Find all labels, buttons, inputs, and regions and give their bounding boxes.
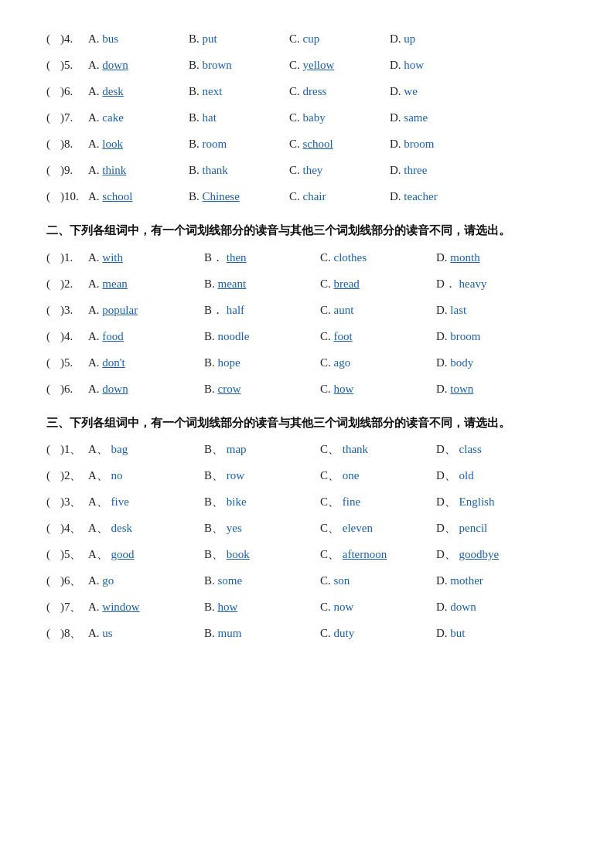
option-item: D. broom: [436, 326, 552, 347]
option-word: then: [227, 251, 247, 264]
option-item: A. down: [88, 379, 204, 400]
option-item: B. thank: [189, 160, 289, 181]
option-word: school: [102, 190, 132, 203]
option-word: town: [450, 383, 473, 395]
option-word: us: [102, 627, 112, 639]
option-item: B. crow: [204, 379, 320, 400]
option-letter: A.: [88, 304, 102, 316]
options-group: A. cakeB. hatC. babyD. same: [88, 107, 568, 128]
option-word: half: [227, 304, 244, 316]
option-item: D. how: [390, 55, 490, 76]
option-letter: D、: [436, 443, 459, 455]
paren-open: (: [46, 544, 60, 565]
option-letter: C.: [320, 601, 334, 613]
question-number: )8.: [60, 134, 88, 155]
option-item: A. popular: [88, 300, 204, 321]
option-word: go: [102, 574, 114, 587]
options-group: A、 fiveB、 bikeC、 fineD、 English: [88, 492, 568, 512]
option-word: how: [334, 383, 354, 395]
option-word: broom: [450, 330, 480, 342]
option-word: up: [404, 32, 415, 45]
options-group: A. deskB. nextC. dressD. we: [88, 81, 568, 102]
option-letter: A、: [88, 495, 111, 508]
option-item: C. how: [320, 379, 436, 400]
option-item: C. duty: [320, 623, 436, 644]
options-group: A. downB. crowC. howD. town: [88, 379, 568, 400]
question-number: )4、: [60, 518, 88, 539]
option-letter: D.: [390, 190, 404, 203]
option-letter: A.: [88, 164, 102, 176]
option-word: down: [450, 601, 476, 613]
option-word: ago: [334, 356, 351, 369]
option-item: A、 desk: [88, 518, 204, 539]
option-letter: A.: [88, 190, 102, 203]
option-word: desk: [111, 522, 133, 534]
question-number: )3.: [60, 300, 88, 321]
options-group: A. windowB. howC. nowD. down: [88, 597, 568, 618]
option-letter: D.: [390, 85, 404, 97]
option-item: B． half: [204, 300, 320, 321]
option-letter: C.: [289, 32, 303, 45]
option-word: how: [218, 601, 238, 613]
option-letter: A、: [88, 522, 111, 534]
option-letter: A、: [88, 548, 111, 560]
option-word: cup: [303, 32, 320, 45]
option-item: A、 bag: [88, 439, 204, 460]
table-row: ()6.A. downB. crowC. howD. town: [46, 379, 568, 400]
option-word: last: [450, 304, 466, 316]
option-item: C、 afternoon: [320, 544, 436, 565]
option-word: how: [404, 59, 424, 71]
option-letter: D.: [436, 574, 450, 587]
option-item: D. mother: [436, 570, 552, 591]
paren-open: (: [46, 247, 60, 268]
option-word: three: [404, 164, 427, 176]
option-letter: B、: [204, 469, 227, 482]
option-word: month: [450, 251, 479, 264]
option-letter: B、: [204, 548, 227, 560]
option-letter: D.: [436, 356, 450, 369]
option-letter: A.: [88, 383, 102, 395]
option-letter: C.: [320, 330, 334, 342]
option-letter: B.: [189, 32, 203, 45]
option-item: B. mum: [204, 623, 320, 644]
option-letter: B.: [204, 574, 218, 587]
paren-open: (: [46, 274, 60, 294]
option-word: one: [343, 469, 360, 482]
table-row: ()1.A. withB． thenC. clothesD. month: [46, 247, 568, 268]
question-number: )4.: [60, 326, 88, 347]
option-item: C. baby: [289, 107, 390, 128]
option-letter: B、: [204, 522, 227, 534]
option-letter: C.: [320, 627, 334, 639]
option-item: D、 goodbye: [436, 544, 552, 565]
table-row: ()7、A. windowB. howC. nowD. down: [46, 597, 568, 618]
paren-open: (: [46, 160, 60, 181]
option-letter: D.: [390, 138, 404, 150]
option-word: down: [102, 383, 128, 395]
options-group: A. don'tB. hopeC. agoD. body: [88, 352, 568, 373]
option-item: A. school: [88, 186, 189, 207]
option-word: mum: [218, 627, 242, 639]
option-letter: C、: [320, 495, 343, 508]
option-item: B、 row: [204, 465, 320, 486]
table-row: ()5.A. don'tB. hopeC. agoD. body: [46, 352, 568, 373]
option-item: D. three: [390, 160, 490, 181]
option-letter: C、: [320, 469, 343, 482]
option-word: with: [102, 251, 123, 264]
option-word: crow: [218, 383, 241, 395]
option-letter: B.: [189, 85, 203, 97]
option-item: A、 no: [88, 465, 204, 486]
option-item: A. look: [88, 134, 189, 155]
option-word: broom: [404, 138, 434, 150]
option-word: teacher: [404, 190, 437, 203]
option-letter: B、: [204, 443, 227, 455]
table-row: ()5、A、 goodB、 bookC、 afternoonD、 goodbye: [46, 544, 568, 565]
option-item: B. room: [189, 134, 289, 155]
option-item: C、 thank: [320, 439, 436, 460]
option-letter: B.: [204, 330, 218, 342]
option-word: afternoon: [343, 548, 387, 560]
option-item: C. foot: [320, 326, 436, 347]
option-word: Chinese: [203, 190, 240, 203]
option-letter: A.: [88, 251, 102, 264]
options-group: A. busB. putC. cupD. up: [88, 29, 568, 49]
option-letter: D.: [436, 330, 450, 342]
